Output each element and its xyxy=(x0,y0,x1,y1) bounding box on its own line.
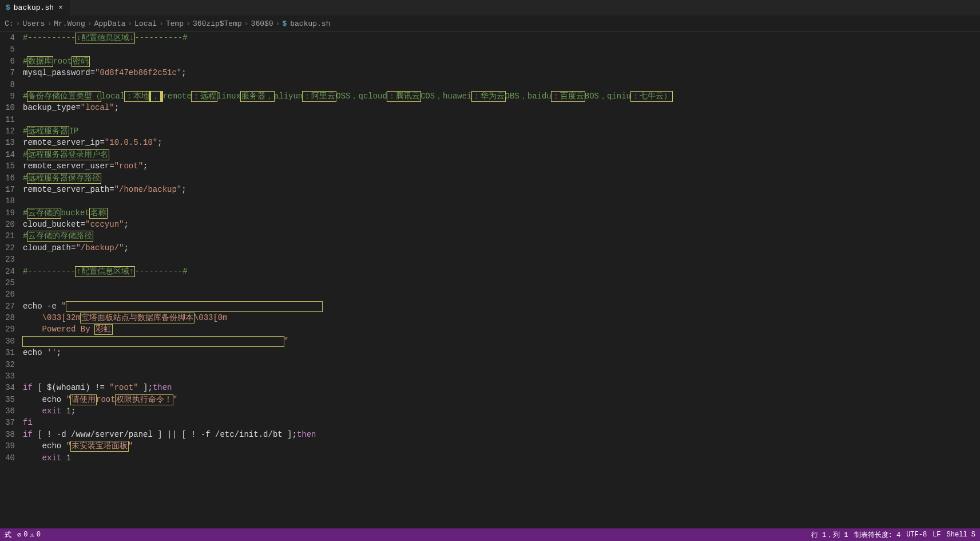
line-number: 8 xyxy=(5,79,15,90)
line-number: 14 xyxy=(5,149,15,160)
code-line[interactable]: #数据库root密码 xyxy=(23,56,975,67)
line-number: 5 xyxy=(5,44,15,55)
line-number-gutter: 4567891011121314151617181920212223242526… xyxy=(0,32,23,528)
code-line[interactable]: #云存储的存储路径 xyxy=(23,230,975,242)
code-line[interactable]: #远程服务器保存路径 xyxy=(23,172,975,184)
line-number: 16 xyxy=(5,172,15,184)
line-number: 31 xyxy=(5,347,15,358)
line-number: 22 xyxy=(5,242,15,254)
code-line[interactable]: remote_server_path="/home/backup"; xyxy=(23,184,975,195)
status-mode[interactable]: 式 xyxy=(5,530,11,540)
chevron-right-icon: › xyxy=(244,19,249,28)
code-content[interactable]: #----------↓配置信息区域↓----------# #数据库root密… xyxy=(23,32,980,528)
line-number: 11 xyxy=(5,114,15,125)
breadcrumb-segment[interactable]: Temp xyxy=(166,19,184,28)
shell-file-icon: $ xyxy=(282,19,287,28)
line-number: 10 xyxy=(5,102,15,113)
line-number: 9 xyxy=(5,90,15,102)
code-line[interactable]: exit 1; xyxy=(23,405,975,417)
error-icon: ⊘ xyxy=(17,531,21,539)
line-number: 13 xyxy=(5,137,15,148)
line-number: 4 xyxy=(5,32,15,44)
code-line[interactable]: cloud_path="/backup/"; xyxy=(23,242,975,254)
breadcrumb-segment[interactable]: 360$0 xyxy=(251,19,273,28)
line-number: 17 xyxy=(5,184,15,195)
line-number: 15 xyxy=(5,160,15,172)
breadcrumb-segment[interactable]: C: xyxy=(5,19,14,28)
code-line[interactable] xyxy=(23,79,975,90)
tab-bar: $ backup.sh × xyxy=(0,0,980,16)
code-line[interactable]: #----------↑配置信息区域↑----------# xyxy=(23,266,975,277)
warning-icon: ⚠ xyxy=(30,531,34,539)
line-number: 21 xyxy=(5,230,15,242)
code-line[interactable] xyxy=(23,359,975,370)
line-number: 19 xyxy=(5,207,15,219)
status-bar: 式 ⊘0 ⚠0 行 1，列 1 制表符长度: 4 UTF-8 LF Shell … xyxy=(0,528,980,541)
editor-area[interactable]: 4567891011121314151617181920212223242526… xyxy=(0,32,980,528)
code-line[interactable] xyxy=(23,114,975,125)
code-line[interactable]: #云存储的bucket名称 xyxy=(23,207,975,219)
status-cursor[interactable]: 行 1，列 1 xyxy=(811,530,848,540)
code-line[interactable] xyxy=(23,289,975,300)
line-number: 26 xyxy=(5,289,15,300)
code-line[interactable]: " xyxy=(23,335,975,347)
status-encoding[interactable]: UTF-8 xyxy=(906,531,927,539)
line-number: 20 xyxy=(5,219,15,230)
chevron-right-icon: › xyxy=(186,19,191,28)
code-line[interactable]: echo "未安装宝塔面板" xyxy=(23,440,975,452)
code-line[interactable]: mysql_password="0d8f47eb86f2c51c"; xyxy=(23,67,975,78)
breadcrumb[interactable]: C:›Users›Mr.Wong›AppData›Local›Temp›360z… xyxy=(0,16,980,32)
breadcrumb-segment[interactable]: Mr.Wong xyxy=(54,19,85,28)
code-line[interactable]: #备份存储位置类型（local：本地，remote：远程linux服务器，ali… xyxy=(23,90,975,102)
code-line[interactable]: Powered By 彩虹 xyxy=(23,323,975,335)
code-line[interactable]: remote_server_user="root"; xyxy=(23,160,975,172)
code-line[interactable] xyxy=(23,254,975,265)
code-line[interactable]: echo ''; xyxy=(23,347,975,358)
line-number: 7 xyxy=(5,67,15,78)
line-number: 39 xyxy=(5,440,15,452)
code-line[interactable]: remote_server_ip="10.0.5.10"; xyxy=(23,137,975,148)
line-number: 12 xyxy=(5,125,15,137)
status-language[interactable]: Shell S xyxy=(947,531,975,539)
code-line[interactable]: #----------↓配置信息区域↓----------# xyxy=(23,32,975,44)
chevron-right-icon: › xyxy=(16,19,21,28)
code-line[interactable] xyxy=(23,195,975,207)
line-number: 6 xyxy=(5,56,15,67)
line-number: 36 xyxy=(5,405,15,417)
status-problems[interactable]: ⊘0 ⚠0 xyxy=(17,531,41,539)
chevron-right-icon: › xyxy=(128,19,132,28)
breadcrumb-segment[interactable]: AppData xyxy=(94,19,126,28)
chevron-right-icon: › xyxy=(159,19,164,28)
status-tabsize[interactable]: 制表符长度: 4 xyxy=(854,530,901,540)
breadcrumb-segment[interactable]: Users xyxy=(22,19,45,28)
line-number: 38 xyxy=(5,429,15,440)
code-line[interactable]: fi xyxy=(23,417,975,428)
code-line[interactable]: backup_type="local"; xyxy=(23,102,975,113)
tab-backup-sh[interactable]: $ backup.sh × xyxy=(0,0,70,15)
code-line[interactable] xyxy=(23,277,975,289)
code-line[interactable]: \033[32m宝塔面板站点与数据库备份脚本\033[0m xyxy=(23,312,975,323)
breadcrumb-filename[interactable]: backup.sh xyxy=(290,19,330,28)
line-number: 18 xyxy=(5,195,15,207)
line-number: 23 xyxy=(5,254,15,265)
code-line[interactable]: if [ ! -d /www/server/panel ] || [ ! -f … xyxy=(23,429,975,440)
code-line[interactable]: #远程服务器IP xyxy=(23,125,975,137)
close-icon[interactable]: × xyxy=(57,3,64,12)
code-line[interactable]: echo -e " xyxy=(23,301,975,312)
shell-file-icon: $ xyxy=(6,3,10,12)
chevron-right-icon: › xyxy=(47,19,51,28)
code-line[interactable]: if [ $(whoami) != "root" ];then xyxy=(23,382,975,393)
breadcrumb-segment[interactable]: 360zip$Temp xyxy=(193,19,242,28)
code-line[interactable]: exit 1 xyxy=(23,452,975,464)
code-line[interactable]: cloud_bucket="cccyun"; xyxy=(23,219,975,230)
code-line[interactable]: #远程服务器登录用户名 xyxy=(23,149,975,160)
line-number: 34 xyxy=(5,382,15,393)
status-eol[interactable]: LF xyxy=(933,531,941,539)
breadcrumb-segment[interactable]: Local xyxy=(134,19,157,28)
line-number: 27 xyxy=(5,301,15,312)
code-line[interactable] xyxy=(23,44,975,55)
code-line[interactable] xyxy=(23,370,975,382)
chevron-right-icon: › xyxy=(88,19,92,28)
line-number: 25 xyxy=(5,277,15,289)
code-line[interactable]: echo "请使用root权限执行命令！" xyxy=(23,394,975,405)
